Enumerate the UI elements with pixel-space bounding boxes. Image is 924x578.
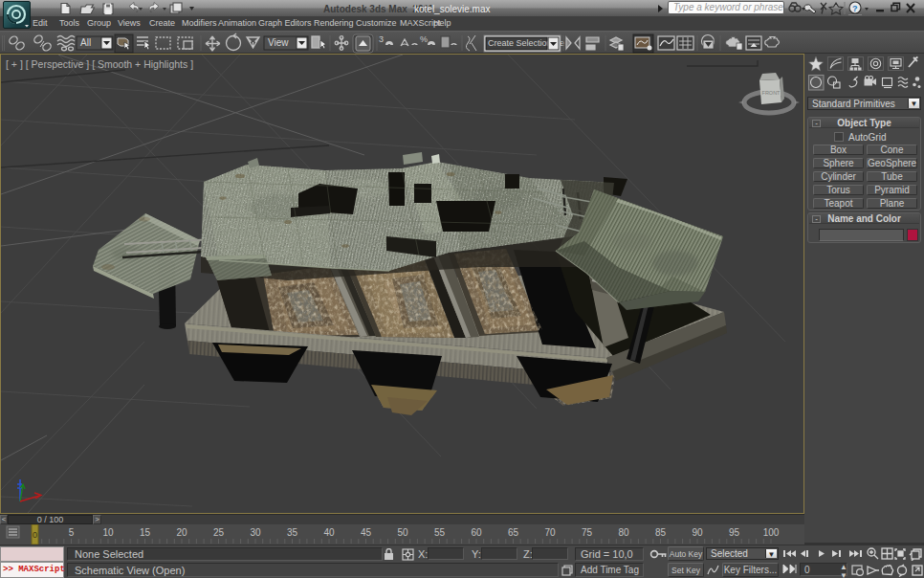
svg-text:65: 65	[508, 527, 519, 538]
svg-text:%: %	[420, 34, 428, 44]
svg-text:95: 95	[729, 527, 740, 538]
svg-text:15: 15	[140, 527, 151, 538]
svg-text:55: 55	[434, 527, 446, 538]
svg-text:5: 5	[69, 527, 75, 538]
svg-text:3: 3	[379, 34, 384, 44]
svg-text:10: 10	[102, 527, 114, 538]
svg-text:85: 85	[655, 527, 667, 538]
svg-text:FRONT: FRONT	[762, 90, 781, 96]
svg-text:All: All	[80, 37, 91, 48]
svg-text:70: 70	[544, 527, 556, 538]
svg-text:40: 40	[323, 527, 335, 538]
svg-text:0: 0	[33, 530, 37, 540]
svg-text:45: 45	[361, 527, 372, 538]
svg-text:30: 30	[250, 527, 261, 538]
svg-text:90: 90	[692, 527, 703, 538]
svg-text:75: 75	[582, 527, 593, 538]
svg-text:20: 20	[176, 527, 187, 538]
svg-text:View: View	[268, 37, 289, 48]
svg-text:?: ?	[852, 4, 858, 13]
svg-text:60: 60	[471, 527, 482, 538]
svg-text:100: 100	[763, 527, 780, 538]
svg-text:50: 50	[397, 527, 408, 538]
svg-text:35: 35	[287, 527, 298, 538]
svg-text:25: 25	[213, 527, 225, 538]
svg-text:80: 80	[618, 527, 629, 538]
